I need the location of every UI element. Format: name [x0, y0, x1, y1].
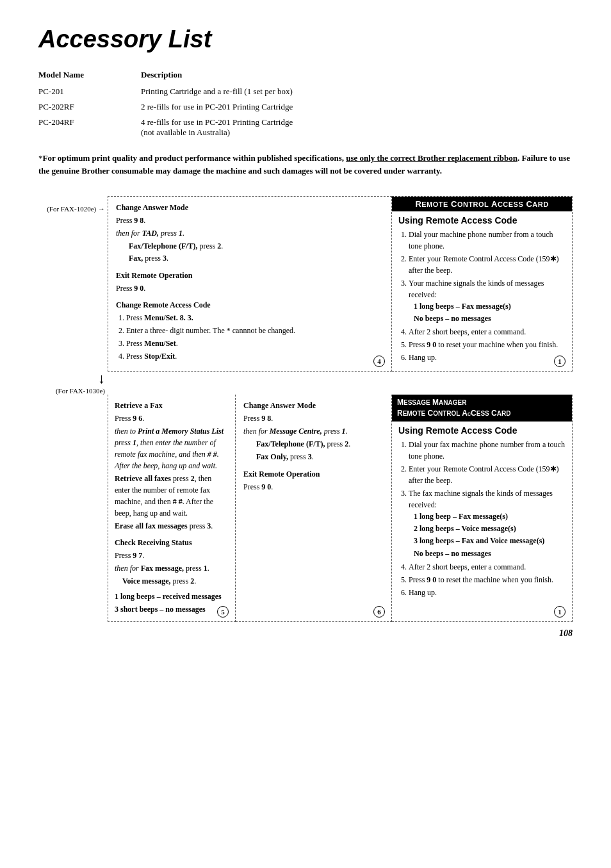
bottom-press-98: Press 9 8. [243, 413, 384, 424]
warning-paragraph: *For optimum print quality and product p… [38, 152, 573, 177]
exit-remote-press: Press 9 0. [116, 283, 384, 294]
bottom-change-answer-heading: Change Answer Mode [243, 401, 316, 410]
bottom-left-panel: Retrieve a Fax Press 9 6. then to Print … [108, 395, 236, 621]
rac-steps: Dial your machine phone number from a to… [398, 229, 566, 363]
model-desc: 2 re-fills for use in PC-201 Printing Ca… [141, 99, 573, 115]
arrow-down-icon: ↓ [98, 372, 105, 386]
model-name: PC-202RF [38, 99, 141, 115]
table-row: PC-202RF 2 re-fills for use in PC-201 Pr… [38, 99, 573, 115]
bottom-exit-remote-heading: Exit Remote Operation [243, 470, 320, 479]
change-rac-heading: Change Remote Access Code [116, 300, 211, 309]
retrieve-all: Retrieve all faxes press 2, then enter t… [115, 473, 229, 519]
erase-fax: Erase all fax messages press 3. [115, 520, 229, 532]
for-fax-1030e-wrapper: ↓ (For FAX-1030e) [38, 372, 108, 395]
circle-number-1-top: 1 [554, 356, 566, 367]
model-desc: Printing Cartridge and a re-fill (1 set … [141, 84, 573, 99]
retrieve-fax-heading: Retrieve a Fax [115, 401, 163, 410]
left-label-top: (For FAX-1020e) → [38, 196, 108, 372]
bottom-rac-steps: Dial your fax machine phone number from … [398, 439, 566, 598]
fax-telephone-indent: Fax/Telephone (F/T), press 2. Fax, press… [129, 240, 384, 265]
then-for-fax: then for Fax message, press 1. [115, 562, 229, 574]
then-for-tad: then for TAD, press 1. [116, 227, 384, 239]
table-row: PC-204RF 4 re-fills for use in PC-201 Pr… [38, 115, 573, 140]
page-title: Accessory List [38, 26, 573, 53]
model-name: PC-204RF [38, 115, 141, 140]
circle-number-1-bottom: 1 [554, 606, 566, 618]
check-receiving-heading: Check Receiving Status [115, 538, 192, 547]
model-name: PC-201 [38, 84, 141, 99]
bottom-fax-telephone-indent: Fax/Telephone (F/T), press 2. Fax Only, … [256, 438, 384, 463]
voice-message-indent: Voice message, press 2. [122, 575, 229, 587]
rc-card-header: REMOTE CONTROL ACCESS CARD [392, 197, 572, 211]
col-model-name: Model Name [38, 69, 141, 84]
short-beeps: 3 short beeps – no messages [115, 603, 229, 615]
bottom-exit-press: Press 9 0. [243, 481, 384, 493]
msg-manager-beeps: 1 long beep – Fax message(s) 2 long beep… [414, 511, 566, 560]
msg-manager-header: MESSAGE MANAGER REMOTE CONTROL AcCESS CA… [392, 395, 572, 422]
circle-number-6: 6 [373, 606, 385, 618]
bottom-middle-panel: Change Answer Mode Press 9 8. then for M… [236, 395, 392, 621]
rc-access-card-top: REMOTE CONTROL ACCESS CARD Using Remote … [392, 196, 573, 372]
page-number: 108 [38, 628, 573, 639]
change-answer-mode-heading: Change Answer Mode [116, 203, 188, 212]
left-label-bottom-spacer [38, 395, 108, 621]
for-fax-1030e-area: ↓ (For FAX-1030e) [56, 372, 105, 395]
table-row: PC-201 Printing Cartridge and a re-fill … [38, 84, 573, 99]
exit-remote-heading: Exit Remote Operation [116, 271, 192, 280]
press-97: Press 9 7. [115, 550, 229, 561]
press-96: Press 9 6. [115, 413, 229, 424]
change-rac-steps: Press Menu/Set. 8. 3. Enter a three- dig… [116, 312, 384, 362]
col-description: Description [141, 69, 573, 84]
for-fax-1030e-label: (For FAX-1030e) [56, 387, 105, 395]
long-beeps: 1 long beeps – received messages [115, 591, 229, 602]
circle-number-5: 5 [217, 606, 229, 618]
bottom-using-rac-heading: Using Remote Access Code [398, 425, 566, 436]
middle-top-panel: Change Answer Mode Press 9 8. then for T… [108, 196, 392, 372]
using-rac-heading: Using Remote Access Code [398, 215, 566, 225]
bottom-right-panel: MESSAGE MANAGER REMOTE CONTROL AcCESS CA… [392, 395, 573, 621]
bottom-then-for-mc: then for Message Centre, press 1. [243, 425, 384, 437]
circle-number-4: 4 [373, 356, 385, 367]
retrieve-fax-content: Retrieve a Fax Press 9 6. then to Print … [115, 400, 229, 614]
middle-top-content: Change Answer Mode Press 9 8. then for T… [116, 202, 384, 362]
accessory-table: Model Name Description PC-201 Printing C… [38, 69, 573, 140]
for-fax-1020e-label: (For FAX-1020e) → [47, 205, 105, 213]
then-for-print: then to Print a Memory Status List press… [115, 425, 229, 471]
model-desc: 4 re-fills for use in PC-201 Printing Ca… [141, 115, 573, 140]
press-98-label: Press 9 8. [116, 215, 384, 226]
bottom-middle-content: Change Answer Mode Press 9 8. then for M… [243, 400, 384, 492]
